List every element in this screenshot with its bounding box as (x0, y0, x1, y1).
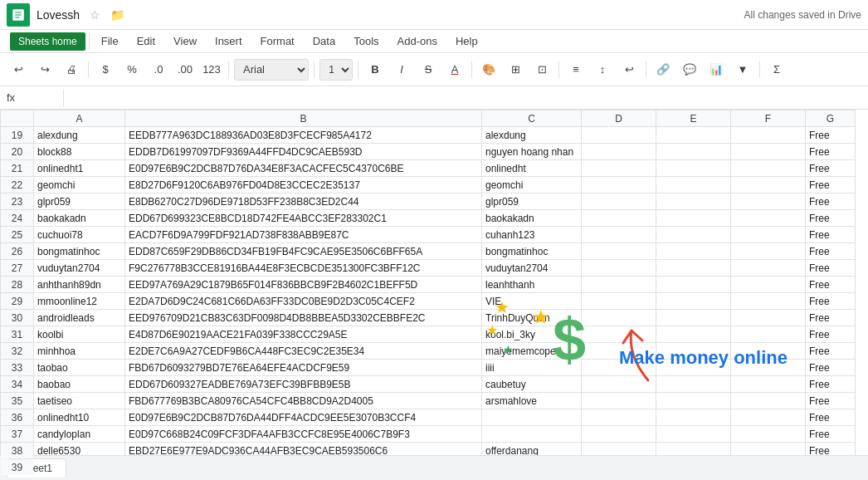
cell-a[interactable]: cuchuoi78 (34, 227, 125, 243)
col-header-a[interactable]: A (34, 110, 125, 127)
cell-g[interactable]: Free (806, 177, 856, 193)
cell-c[interactable]: caubetuy (482, 376, 582, 393)
row-number[interactable]: 32 (1, 343, 34, 360)
col-header-f[interactable]: F (731, 110, 806, 127)
table-row[interactable]: 21onlinedht1E0D97E6B9C2DCB87D76DA34E8F3A… (1, 160, 856, 177)
cell-e[interactable] (656, 409, 731, 426)
cell-c[interactable]: kool.bi_3ky (482, 326, 582, 343)
cell-d[interactable] (582, 277, 656, 293)
cell-f[interactable] (731, 277, 806, 293)
row-number[interactable]: 36 (1, 409, 34, 426)
cell-g[interactable]: Free (806, 293, 856, 310)
cell-c[interactable]: bongmatinhoc (482, 243, 582, 260)
cell-f[interactable] (731, 177, 806, 193)
row-number[interactable]: 28 (1, 277, 34, 293)
cell-f[interactable] (731, 227, 806, 243)
font-size-selector[interactable]: 10 (319, 59, 353, 81)
cell-d[interactable] (582, 160, 656, 177)
table-row[interactable]: 24baokakadnEDD67D699323CE8BCD18D742FE4AB… (1, 210, 856, 227)
table-row[interactable]: 35taetiseoFBD677769B3BCA80976CA54CFC4BB8… (1, 393, 856, 409)
cell-b[interactable]: EACD7F6D9A799FDF921AD738F838ABB9E87C (125, 227, 482, 243)
cell-e[interactable] (656, 144, 731, 160)
cell-e[interactable] (656, 193, 731, 210)
cell-b[interactable]: E2DE7C6A9A27CEDF9B6CA448FC3EC9C2E35E34 (125, 343, 482, 360)
cell-c[interactable] (482, 426, 582, 443)
cell-e[interactable] (656, 360, 731, 376)
cell-d[interactable] (582, 343, 656, 360)
cell-e[interactable] (656, 293, 731, 310)
cell-d[interactable] (582, 409, 656, 426)
table-row[interactable]: 26bongmatinhocEDD87C659F29DB86CD34FB19FB… (1, 243, 856, 260)
row-number[interactable]: 23 (1, 193, 34, 210)
cell-e[interactable] (656, 127, 731, 144)
decimal-more-button[interactable]: .00 (173, 58, 197, 81)
row-number[interactable]: 29 (1, 293, 34, 310)
table-row[interactable]: 31koolbiE4D87D6E90219AACE21FA039F338CCC2… (1, 326, 856, 343)
sheets-home-button[interactable]: Sheets home (10, 32, 85, 51)
row-number[interactable]: 27 (1, 260, 34, 277)
row-number[interactable]: 20 (1, 144, 34, 160)
row-number[interactable]: 19 (1, 127, 34, 144)
cell-d[interactable] (582, 360, 656, 376)
cell-a[interactable]: block88 (34, 144, 125, 160)
cell-d[interactable] (582, 177, 656, 193)
text-color-button[interactable]: A (443, 58, 466, 81)
cell-f[interactable] (731, 393, 806, 409)
cell-e[interactable] (656, 243, 731, 260)
cell-b[interactable]: EED97A769A29C1879B65F014F836BBCB9F2B4602… (125, 277, 482, 293)
cell-a[interactable]: onlinedht10 (34, 409, 125, 426)
table-row[interactable]: 34baobaoEDD67D609327EADBE769A73EFC39BFBB… (1, 376, 856, 393)
cell-e[interactable] (656, 177, 731, 193)
menu-item-insert[interactable]: Insert (207, 33, 251, 49)
cell-f[interactable] (731, 376, 806, 393)
cell-d[interactable] (582, 193, 656, 210)
cell-e[interactable] (656, 426, 731, 443)
table-row[interactable]: 36onlinedht10E0D97E6B9C2DCB87D76DA44DFF4… (1, 409, 856, 426)
cell-d[interactable] (582, 243, 656, 260)
text-wrap-button[interactable]: ↩ (617, 58, 641, 81)
merge-button[interactable]: ⊡ (530, 58, 553, 81)
cell-a[interactable]: bongmatinhoc (34, 243, 125, 260)
row-number[interactable]: 26 (1, 243, 34, 260)
cell-f[interactable] (731, 326, 806, 343)
valign-button[interactable]: ↕ (591, 58, 614, 81)
table-row[interactable]: 29mmoonline12E2DA7D6D9C24C681C66DA63FF33… (1, 293, 856, 310)
col-header-e[interactable]: E (656, 110, 731, 127)
row-number[interactable]: 34 (1, 376, 34, 393)
percent-button[interactable]: % (120, 58, 144, 81)
cell-a[interactable]: vuduytan2704 (34, 260, 125, 277)
cell-c[interactable]: onlinedht (482, 160, 582, 177)
star-icon[interactable]: ☆ (90, 8, 100, 22)
cell-f[interactable] (731, 160, 806, 177)
cell-c[interactable]: iiii (482, 360, 582, 376)
cell-g[interactable]: Free (806, 393, 856, 409)
cell-d[interactable] (582, 210, 656, 227)
table-row[interactable]: 19alexdungEEDB777A963DC188936AD03E8D3FCE… (1, 127, 856, 144)
cell-g[interactable]: Free (806, 260, 856, 277)
cell-g[interactable]: Free (806, 127, 856, 144)
cell-c[interactable]: maiyememcope (482, 343, 582, 360)
print-button[interactable]: 🖨 (60, 58, 83, 81)
col-header-d[interactable]: D (582, 110, 656, 127)
cell-e[interactable] (656, 343, 731, 360)
cell-a[interactable]: baobao (34, 376, 125, 393)
italic-button[interactable]: I (390, 58, 413, 81)
cell-g[interactable]: Free (806, 326, 856, 343)
table-row[interactable]: 20block88EDDB7D61997097DF9369A44FFD4DC9C… (1, 144, 856, 160)
cell-a[interactable]: mmoonline12 (34, 293, 125, 310)
cell-a[interactable]: taobao (34, 360, 125, 376)
col-header-g[interactable]: G (806, 110, 856, 127)
cell-f[interactable] (731, 343, 806, 360)
cell-e[interactable] (656, 210, 731, 227)
cell-f[interactable] (731, 293, 806, 310)
menu-item-format[interactable]: Format (252, 33, 303, 49)
table-row[interactable]: 30androidleadsEED976709D21CB83C63DF0098D… (1, 310, 856, 326)
menu-item-file[interactable]: File (93, 33, 127, 49)
cell-b[interactable]: E2DA7D6D9C24C681C66DA63FF33DC0BE9D2D3C05… (125, 293, 482, 310)
cell-f[interactable] (731, 127, 806, 144)
formula-input[interactable] (71, 91, 861, 104)
menu-item-data[interactable]: Data (305, 33, 344, 49)
table-row[interactable]: 27vuduytan2704F9C276778B3CCE81916BA44E8F… (1, 260, 856, 277)
cell-g[interactable]: Free (806, 193, 856, 210)
menu-item-edit[interactable]: Edit (129, 33, 163, 49)
